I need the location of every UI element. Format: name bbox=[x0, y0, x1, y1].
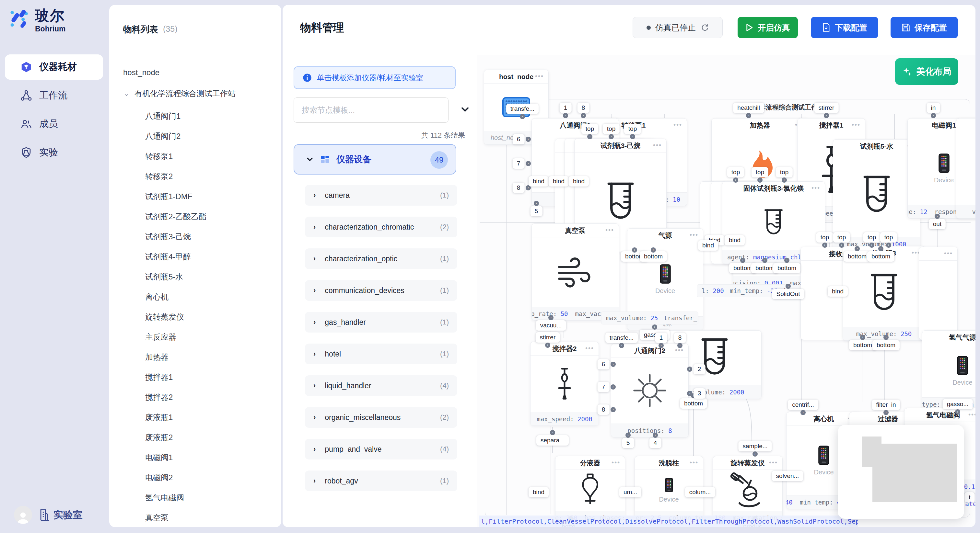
port-label-top[interactable]: top bbox=[816, 232, 833, 243]
port-label-8[interactable]: 8 bbox=[513, 182, 525, 193]
tree-item[interactable]: 转移泵1 bbox=[145, 151, 173, 162]
chevron-down-icon[interactable] bbox=[460, 105, 470, 114]
port-dot-icon[interactable]: › bbox=[931, 113, 936, 118]
port-label-bottom[interactable]: bottom bbox=[680, 398, 707, 409]
port-label-top[interactable]: top bbox=[603, 124, 620, 134]
node-真空泵[interactable]: 真空泵 ••• pump_rate: 50max_vacuum: 0.1 bbox=[531, 224, 619, 320]
port-dot-icon[interactable]: › bbox=[786, 284, 791, 289]
port-label-6[interactable]: 6 bbox=[598, 359, 609, 370]
refresh-icon[interactable] bbox=[700, 23, 709, 32]
node-menu-icon[interactable]: ••• bbox=[653, 141, 662, 149]
template-category-gas_handler[interactable]: › gas_handler (1) bbox=[305, 312, 457, 333]
port-label-colum...[interactable]: colum... bbox=[685, 487, 715, 497]
port-dot-icon[interactable]: › bbox=[752, 451, 758, 457]
port-dot-icon[interactable]: › bbox=[534, 201, 539, 206]
node-menu-icon[interactable]: ••• bbox=[769, 459, 778, 466]
port-dot-icon[interactable]: › bbox=[782, 178, 787, 182]
node-menu-icon[interactable]: ••• bbox=[852, 121, 861, 128]
port-dot-icon[interactable]: › bbox=[520, 114, 525, 119]
node-menu-icon[interactable]: ••• bbox=[585, 344, 594, 352]
port-dot-icon[interactable]: › bbox=[878, 246, 883, 251]
port-label-bottom[interactable]: bottom bbox=[843, 251, 871, 262]
port-dot-icon[interactable]: › bbox=[854, 246, 860, 251]
tree-item[interactable]: 电磁阀1 bbox=[145, 452, 173, 463]
port-dot-icon[interactable]: › bbox=[955, 409, 960, 414]
port-label-5[interactable]: 5 bbox=[622, 438, 634, 448]
port-label-8[interactable]: 8 bbox=[598, 405, 609, 415]
port-label-top[interactable]: top bbox=[751, 167, 768, 178]
port-dot-icon[interactable]: › bbox=[762, 258, 767, 263]
port-label-5[interactable]: 5 bbox=[530, 206, 542, 216]
tree-item[interactable]: 搅拌器1 bbox=[145, 372, 173, 382]
port-dot-icon[interactable]: › bbox=[611, 407, 616, 412]
tree-item[interactable]: 转移泵2 bbox=[145, 171, 173, 182]
node-旋转蒸发仪[interactable]: 旋转蒸发仪 ••• temp: 180max_rotation_speed: bbox=[713, 456, 783, 525]
search-input[interactable] bbox=[294, 97, 449, 123]
port-label-2[interactable]: 2 bbox=[694, 364, 705, 374]
start-simulation-button[interactable]: 开启仿真 bbox=[738, 17, 798, 38]
tree-item-host-node[interactable]: host_node bbox=[123, 68, 159, 77]
template-category-pump_and_valve[interactable]: › pump_and_valve (4) bbox=[305, 439, 457, 460]
port-label-bind[interactable]: bind bbox=[569, 176, 589, 187]
node-menu-icon[interactable]: ••• bbox=[690, 231, 698, 239]
port-label-7[interactable]: 7 bbox=[513, 159, 525, 169]
port-dot-icon[interactable]: › bbox=[883, 410, 889, 415]
port-label-bind[interactable]: bind bbox=[549, 176, 569, 187]
port-label-centrif...[interactable]: centrif... bbox=[788, 400, 818, 410]
node-menu-icon[interactable]: ••• bbox=[811, 184, 820, 192]
port-label-um...[interactable]: um... bbox=[619, 487, 641, 497]
node-menu-icon[interactable]: ••• bbox=[944, 250, 953, 257]
port-label-top[interactable]: top bbox=[863, 232, 880, 243]
download-config-button[interactable]: 下载配置 bbox=[811, 17, 878, 38]
port-dot-icon[interactable]: › bbox=[652, 324, 657, 330]
template-category-characterization_chromatic[interactable]: › characterization_chromatic (2) bbox=[305, 217, 457, 237]
port-dot-icon[interactable]: › bbox=[757, 178, 762, 182]
node-card[interactable]: ••• bbox=[919, 247, 958, 340]
port-label-stirrer[interactable]: stirrer bbox=[536, 332, 560, 343]
port-label-in[interactable]: in bbox=[927, 103, 940, 113]
port-dot-icon[interactable]: › bbox=[550, 430, 555, 435]
port-dot-icon[interactable]: › bbox=[883, 335, 889, 340]
template-category-camera[interactable]: › camera (1) bbox=[305, 185, 457, 206]
sidebar-item-仪器耗材[interactable]: 仪器耗材 bbox=[5, 54, 103, 80]
port-dot-icon[interactable]: › bbox=[611, 384, 616, 390]
port-dot-icon[interactable]: › bbox=[625, 433, 631, 438]
port-label-SolidOut[interactable]: SolidOut bbox=[772, 289, 804, 299]
tree-expand-icon[interactable]: ⌄ bbox=[124, 90, 129, 97]
category-instruments[interactable]: 仪器设备 49 bbox=[294, 144, 456, 174]
port-dot-icon[interactable]: › bbox=[740, 258, 745, 263]
port-dot-icon[interactable]: › bbox=[935, 214, 940, 219]
port-label-3[interactable]: 3 bbox=[694, 388, 705, 399]
port-label-out[interactable]: out bbox=[929, 219, 946, 229]
port-dot-icon[interactable]: › bbox=[563, 113, 568, 118]
tree-item[interactable]: 加热器 bbox=[145, 352, 169, 362]
simulation-status-pill[interactable]: 仿真已停止 bbox=[633, 17, 723, 38]
port-label-bottom[interactable]: bottom bbox=[773, 263, 800, 273]
port-dot-icon[interactable]: › bbox=[587, 134, 592, 139]
tree-item[interactable]: 废液瓶2 bbox=[145, 432, 173, 443]
port-dot-icon[interactable]: › bbox=[860, 335, 865, 340]
port-label-bind[interactable]: bind bbox=[828, 286, 848, 297]
port-label-bottom[interactable]: bottom bbox=[872, 340, 900, 351]
tree-item[interactable]: 试剂瓶3-己烷 bbox=[145, 232, 191, 242]
tree-item[interactable]: 电磁阀2 bbox=[145, 473, 173, 483]
tree-item[interactable]: 试剂瓶2-乙酸乙酯 bbox=[145, 211, 207, 222]
tree-item[interactable]: 氢气电磁阀 bbox=[145, 493, 184, 503]
port-dot-icon[interactable]: › bbox=[548, 315, 554, 320]
sidebar-item-工作流[interactable]: 工作流 bbox=[5, 83, 103, 108]
node-八通阀门2[interactable]: 八通阀门2 ••• positions: 8 bbox=[611, 344, 689, 438]
tree-item-workstation[interactable]: 有机化学流程综合测试工作站 bbox=[135, 89, 235, 99]
port-dot-icon[interactable]: › bbox=[630, 134, 635, 139]
port-label-top[interactable]: top bbox=[727, 167, 744, 178]
port-label-7[interactable]: 7 bbox=[598, 382, 609, 392]
port-label-bind[interactable]: bind bbox=[698, 240, 718, 251]
port-dot-icon[interactable]: › bbox=[651, 247, 656, 252]
port-label-separa...[interactable]: separa... bbox=[536, 435, 569, 446]
port-dot-icon[interactable]: › bbox=[581, 113, 586, 118]
port-label-bind[interactable]: bind bbox=[528, 487, 549, 497]
flow-canvas[interactable]: 有机化学流程综合测试工作站 host_node •••host_no...转移泵… bbox=[477, 56, 975, 527]
port-dot-icon[interactable]: › bbox=[687, 366, 692, 372]
save-config-button[interactable]: 保存配置 bbox=[891, 17, 958, 38]
port-dot-icon[interactable]: › bbox=[687, 391, 692, 396]
port-dot-icon[interactable]: › bbox=[611, 362, 616, 367]
